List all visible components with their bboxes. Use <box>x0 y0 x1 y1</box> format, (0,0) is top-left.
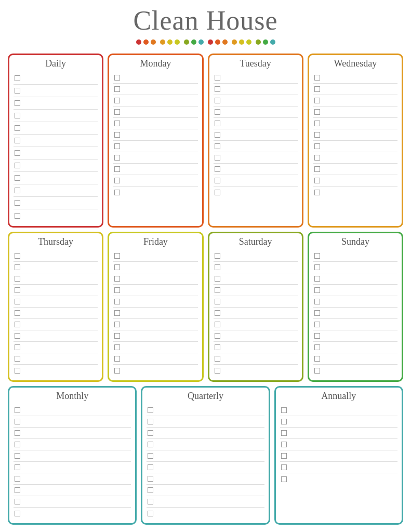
list-item[interactable] <box>14 485 131 496</box>
checkbox[interactable] <box>114 264 120 270</box>
list-item[interactable] <box>14 97 98 110</box>
checkbox[interactable] <box>314 86 320 92</box>
list-item[interactable] <box>14 405 131 416</box>
list-item[interactable] <box>113 107 197 118</box>
list-item[interactable] <box>14 197 98 209</box>
list-item[interactable] <box>313 95 397 107</box>
list-item[interactable] <box>313 187 397 198</box>
checkbox[interactable] <box>281 430 287 436</box>
checkbox[interactable] <box>215 253 220 259</box>
list-item[interactable] <box>14 319 98 330</box>
checkbox[interactable] <box>314 132 320 138</box>
list-item[interactable] <box>280 462 397 473</box>
checkbox[interactable] <box>15 276 20 282</box>
checkbox[interactable] <box>314 143 320 149</box>
list-item[interactable] <box>313 129 397 141</box>
checkbox[interactable] <box>314 166 320 172</box>
list-item[interactable] <box>214 262 298 273</box>
checkbox[interactable] <box>148 407 153 413</box>
list-item[interactable] <box>14 439 131 450</box>
checkbox[interactable] <box>314 276 320 282</box>
list-item[interactable] <box>147 416 264 428</box>
checkbox[interactable] <box>215 143 220 149</box>
checkbox[interactable] <box>215 310 220 316</box>
list-item[interactable] <box>14 330 98 342</box>
checkbox[interactable] <box>215 333 220 339</box>
list-item[interactable] <box>113 187 197 198</box>
list-item[interactable] <box>214 250 298 262</box>
list-item[interactable] <box>113 84 197 95</box>
list-item[interactable] <box>14 147 98 159</box>
checkbox[interactable] <box>215 190 220 195</box>
list-item[interactable] <box>214 308 298 319</box>
checkbox[interactable] <box>215 178 220 183</box>
checkbox[interactable] <box>114 333 120 339</box>
list-item[interactable] <box>214 107 298 118</box>
list-item[interactable] <box>280 405 397 416</box>
list-item[interactable] <box>113 262 197 273</box>
checkbox[interactable] <box>15 213 20 219</box>
list-item[interactable] <box>113 273 197 285</box>
list-item[interactable] <box>113 319 197 330</box>
list-item[interactable] <box>214 187 298 198</box>
list-item[interactable] <box>147 485 264 496</box>
checkbox[interactable] <box>281 476 287 482</box>
list-item[interactable] <box>214 285 298 296</box>
checkbox[interactable] <box>114 356 120 362</box>
checkbox[interactable] <box>281 464 287 470</box>
checkbox[interactable] <box>15 163 20 168</box>
checkbox[interactable] <box>314 190 320 195</box>
list-item[interactable] <box>313 365 397 376</box>
list-item[interactable] <box>113 129 197 141</box>
list-item[interactable] <box>313 175 397 187</box>
list-item[interactable] <box>214 353 298 365</box>
checkbox[interactable] <box>114 368 120 374</box>
checkbox[interactable] <box>114 86 120 92</box>
checkbox[interactable] <box>114 253 120 259</box>
checkbox[interactable] <box>15 138 20 143</box>
checkbox[interactable] <box>281 407 287 413</box>
checkbox[interactable] <box>15 476 20 482</box>
checkbox[interactable] <box>281 453 287 459</box>
list-item[interactable] <box>113 250 197 262</box>
list-item[interactable] <box>214 141 298 152</box>
checkbox[interactable] <box>314 109 320 115</box>
checkbox[interactable] <box>314 98 320 103</box>
checkbox[interactable] <box>114 109 120 115</box>
checkbox[interactable] <box>15 333 20 339</box>
list-item[interactable] <box>147 439 264 450</box>
checkbox[interactable] <box>15 287 20 293</box>
list-item[interactable] <box>147 473 264 485</box>
list-item[interactable] <box>14 473 131 485</box>
checkbox[interactable] <box>215 132 220 138</box>
list-item[interactable] <box>313 353 397 365</box>
list-item[interactable] <box>313 107 397 118</box>
list-item[interactable] <box>313 164 397 175</box>
list-item[interactable] <box>147 462 264 473</box>
checkbox[interactable] <box>215 322 220 327</box>
checkbox[interactable] <box>15 419 20 424</box>
list-item[interactable] <box>214 164 298 175</box>
list-item[interactable] <box>14 342 98 353</box>
list-item[interactable] <box>214 330 298 342</box>
list-item[interactable] <box>214 273 298 285</box>
checkbox[interactable] <box>148 419 153 424</box>
list-item[interactable] <box>113 353 197 365</box>
checkbox[interactable] <box>15 264 20 270</box>
checkbox[interactable] <box>215 276 220 282</box>
checkbox[interactable] <box>215 155 220 161</box>
checkbox[interactable] <box>148 476 153 482</box>
checkbox[interactable] <box>314 287 320 293</box>
checkbox[interactable] <box>114 322 120 327</box>
list-item[interactable] <box>113 164 197 175</box>
list-item[interactable] <box>313 308 397 319</box>
checkbox[interactable] <box>114 121 120 126</box>
list-item[interactable] <box>14 135 98 147</box>
list-item[interactable] <box>313 84 397 95</box>
checkbox[interactable] <box>15 100 20 106</box>
checkbox[interactable] <box>148 453 153 459</box>
checkbox[interactable] <box>314 178 320 183</box>
checkbox[interactable] <box>114 143 120 149</box>
checkbox[interactable] <box>15 464 20 470</box>
checkbox[interactable] <box>15 499 20 504</box>
